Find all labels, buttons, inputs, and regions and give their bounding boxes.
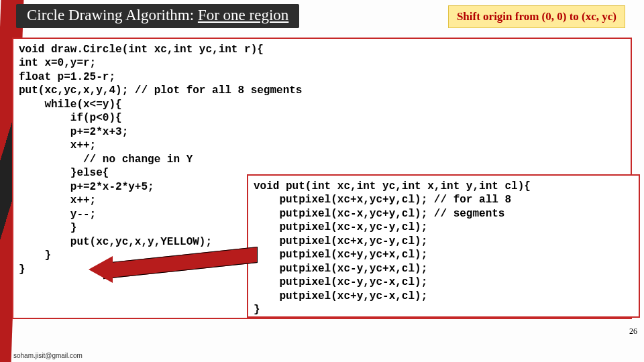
title-text-b: For one region: [198, 7, 288, 23]
footer-email: soham.jisit@gmail.com: [13, 352, 83, 359]
callout-arrow: [103, 247, 258, 283]
slide-title: Circle Drawing Algorithm: For one region: [16, 4, 299, 28]
code-block-sub: void put(int xc,int yc,int x,int y,int c…: [247, 174, 640, 318]
page-number: 26: [629, 326, 637, 337]
title-text-a: Circle Drawing Algorithm:: [27, 7, 198, 23]
note-tag: Shift origin from (0, 0) to (xc, yc): [448, 5, 625, 28]
